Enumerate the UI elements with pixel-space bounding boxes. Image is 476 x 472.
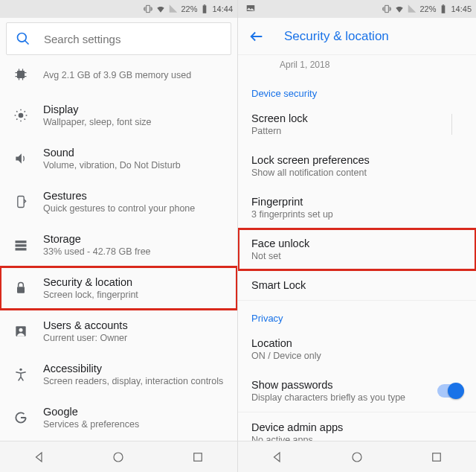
clock: 14:45 <box>451 4 472 13</box>
home-nav-icon[interactable] <box>112 450 125 464</box>
face-unlock-row[interactable]: Face unlockNot set <box>238 229 476 270</box>
status-bar: 22% 14:44 <box>0 0 237 18</box>
status-bar: 22% 14:45 <box>238 0 476 18</box>
battery-pct: 22% <box>181 4 197 13</box>
svg-rect-4 <box>17 71 25 78</box>
svg-point-5 <box>19 113 24 118</box>
nav-bar <box>238 441 476 472</box>
section-device-security: Device security <box>238 76 476 103</box>
vibrate-icon <box>143 4 153 14</box>
lock-icon <box>13 281 28 296</box>
security-row[interactable]: Security & locationScreen lock, fingerpr… <box>0 267 237 310</box>
memory-row[interactable]: Avg 2.1 GB of 3.9 GB memory used <box>0 55 237 94</box>
svg-point-17 <box>114 453 123 462</box>
storage-icon <box>13 237 28 252</box>
google-icon <box>13 410 28 425</box>
settings-screen: 22% 14:44 Avg 2.1 GB of 3.9 GB memory us… <box>0 0 238 472</box>
svg-rect-8 <box>16 244 27 246</box>
svg-rect-9 <box>16 248 27 250</box>
svg-rect-10 <box>17 287 25 293</box>
battery-icon <box>199 4 210 14</box>
clock: 14:44 <box>212 4 233 13</box>
svg-rect-18 <box>194 453 202 461</box>
search-bar[interactable] <box>6 22 231 55</box>
battery-icon <box>438 4 448 14</box>
settings-list: Avg 2.1 GB of 3.9 GB memory used Display… <box>0 55 237 441</box>
gestures-row[interactable]: GesturesQuick gestures to control your p… <box>0 180 237 223</box>
svg-rect-7 <box>16 240 27 243</box>
gesture-icon <box>13 194 28 209</box>
page-title: Security & location <box>284 29 389 44</box>
user-icon <box>13 324 28 339</box>
svg-rect-6 <box>18 197 24 208</box>
svg-rect-0 <box>203 5 207 13</box>
signal-icon <box>168 4 178 14</box>
svg-point-13 <box>19 369 22 371</box>
display-row[interactable]: DisplayWallpaper, sleep, font size <box>0 94 237 137</box>
users-row[interactable]: Users & accountsCurrent user: Owner <box>0 310 237 353</box>
signal-icon <box>407 4 417 14</box>
wifi-icon <box>155 4 166 14</box>
chip-icon <box>13 67 28 82</box>
a11y-row[interactable]: AccessibilityScreen readers, display, in… <box>0 353 237 396</box>
svg-rect-21 <box>443 4 444 5</box>
app-bar: Security & location <box>238 18 476 55</box>
fingerprint-row[interactable]: Fingerprint3 fingerprints set up <box>238 187 476 229</box>
show-passwords-row[interactable]: Show passwordsDisplay characters briefly… <box>238 370 476 412</box>
svg-point-12 <box>19 328 23 332</box>
google-row[interactable]: GoogleServices & preferences <box>0 396 237 439</box>
memory-sub: Avg 2.1 GB of 3.9 GB memory used <box>43 70 225 80</box>
recent-nav-icon[interactable] <box>430 450 443 464</box>
search-icon <box>16 31 30 46</box>
vibrate-icon <box>382 4 392 14</box>
device-admin-row[interactable]: Device admin appsNo active apps <box>238 412 476 441</box>
search-input[interactable] <box>44 33 222 45</box>
svg-rect-1 <box>204 4 205 5</box>
home-nav-icon[interactable] <box>350 450 364 464</box>
battery-pct: 22% <box>419 4 436 13</box>
show-passwords-toggle[interactable] <box>437 384 463 398</box>
image-icon <box>245 3 256 13</box>
back-arrow-icon[interactable] <box>248 28 265 45</box>
date-sub: April 1, 2018 <box>238 55 476 76</box>
accessibility-icon <box>13 367 28 382</box>
security-screen: 22% 14:45 Security & location April 1, 2… <box>238 0 476 472</box>
recent-nav-icon[interactable] <box>191 450 205 464</box>
lockscreen-prefs-row[interactable]: Lock screen preferencesShow all notifica… <box>238 145 476 187</box>
smart-lock-row[interactable]: Smart Lock <box>238 270 476 300</box>
volume-icon <box>13 151 28 166</box>
svg-rect-23 <box>432 453 440 461</box>
screen-lock-row[interactable]: Screen lockPattern <box>238 103 476 145</box>
svg-point-22 <box>353 453 361 462</box>
storage-row[interactable]: Storage33% used - 42.78 GB free <box>0 223 237 267</box>
svg-line-3 <box>25 41 29 45</box>
back-nav-icon[interactable] <box>271 450 284 464</box>
brightness-icon <box>13 108 28 123</box>
svg-rect-20 <box>442 5 446 13</box>
wifi-icon <box>394 4 405 14</box>
sound-row[interactable]: SoundVolume, vibration, Do Not Disturb <box>0 137 237 180</box>
svg-point-2 <box>18 34 27 42</box>
nav-bar <box>0 441 237 472</box>
section-privacy: Privacy <box>238 301 476 328</box>
back-nav-icon[interactable] <box>33 450 46 464</box>
security-list: April 1, 2018 Device security Screen loc… <box>238 55 476 441</box>
divider <box>451 114 452 135</box>
location-row[interactable]: LocationON / Device only <box>238 328 476 370</box>
